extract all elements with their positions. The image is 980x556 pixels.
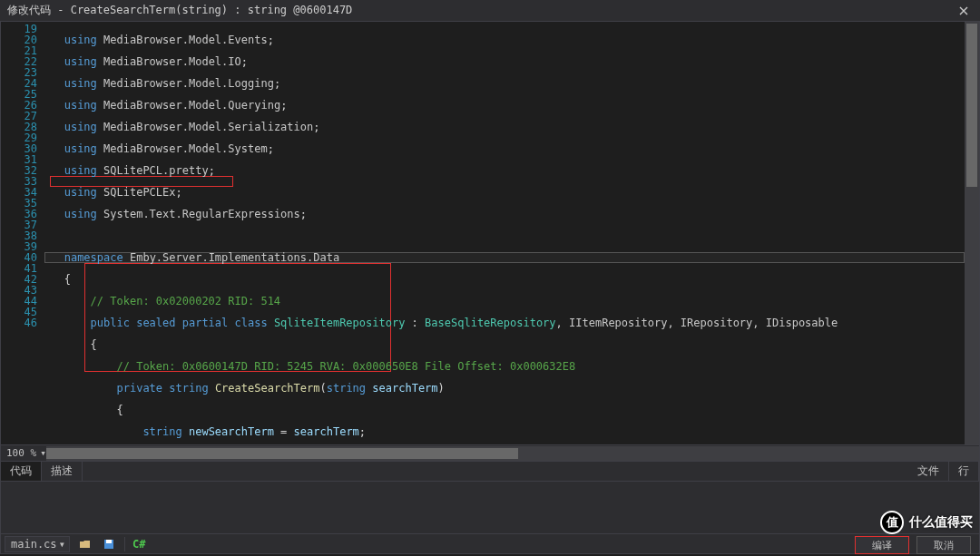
save-icon — [103, 539, 114, 550]
zoom-dropdown[interactable]: 100 % ▾ — [1, 447, 46, 459]
tab-line[interactable]: 行 — [949, 462, 979, 481]
watermark: 值 什么值得买 — [880, 511, 973, 534]
watermark-badge: 值 — [880, 511, 904, 534]
tab-description[interactable]: 描述 — [42, 462, 83, 481]
open-folder-button[interactable] — [77, 536, 93, 552]
tab-code[interactable]: 代码 — [1, 462, 42, 481]
vertical-scrollbar[interactable] — [965, 22, 979, 444]
horizontal-scrollbar[interactable] — [46, 446, 965, 461]
title-bar: 修改代码 - CreateSearchTerm(string) : string… — [0, 0, 980, 22]
code-area[interactable]: using MediaBrowser.Model.Events; using M… — [44, 22, 979, 444]
compile-button[interactable]: 编译 — [855, 536, 909, 554]
tabs-row: 代码 描述 文件 行 — [0, 462, 980, 482]
separator — [124, 537, 125, 551]
scrollbar-thumb[interactable] — [966, 24, 977, 187]
window-title: 修改代码 - CreateSearchTerm(string) : string… — [7, 3, 352, 18]
action-buttons: 编译 取消 — [855, 536, 971, 554]
language-badge: C# — [132, 538, 145, 551]
filename-label: main.cs — [11, 538, 57, 551]
svg-rect-1 — [106, 540, 112, 543]
watermark-text: 什么值得买 — [909, 514, 973, 531]
save-button[interactable] — [101, 536, 117, 552]
lower-panel — [0, 482, 980, 534]
status-bar: main.cs ▾ C# — [0, 534, 980, 554]
line-gutter: 19202122 23242526 27282930 31323334 3536… — [1, 22, 44, 444]
editor-panel: 19202122 23242526 27282930 31323334 3536… — [0, 22, 980, 445]
cancel-button[interactable]: 取消 — [916, 536, 971, 554]
filename-dropdown[interactable]: main.cs ▾ — [5, 536, 70, 552]
close-button[interactable] — [955, 2, 973, 20]
horizontal-scroll-row: 100 % ▾ — [0, 445, 980, 462]
chevron-down-icon: ▾ — [59, 538, 65, 551]
tab-file[interactable]: 文件 — [908, 462, 949, 481]
scrollbar-thumb[interactable] — [46, 448, 518, 459]
scroll-corner — [965, 446, 979, 461]
close-icon — [959, 6, 968, 15]
zoom-value: 100 % — [6, 447, 36, 459]
folder-open-icon — [79, 539, 92, 550]
code-editor[interactable]: 19202122 23242526 27282930 31323334 3536… — [1, 22, 979, 444]
chevron-down-icon: ▾ — [40, 447, 46, 459]
